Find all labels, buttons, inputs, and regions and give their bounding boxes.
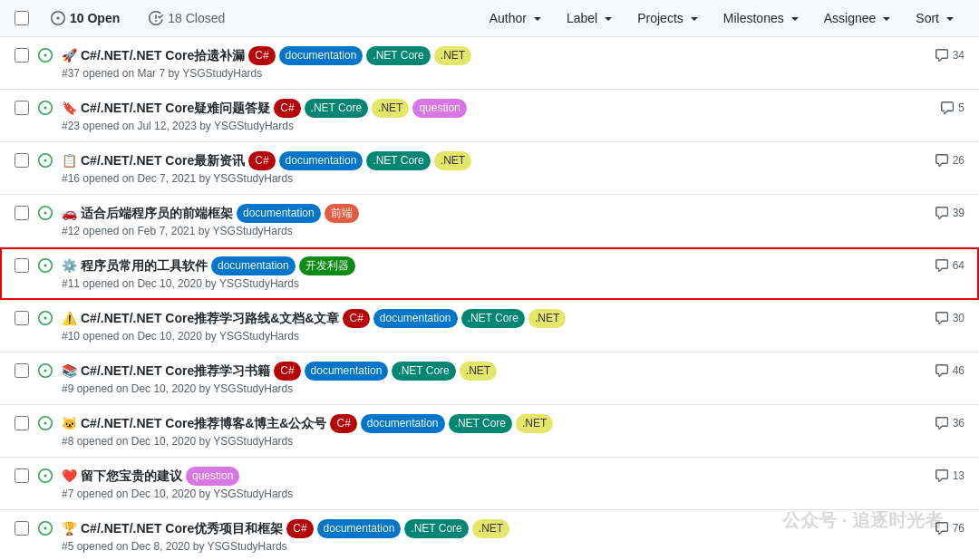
projects-dropdown[interactable]: Projects — [630, 7, 709, 29]
issue-label[interactable]: 开发利器 — [299, 256, 355, 275]
issue-label[interactable]: C# — [286, 519, 313, 538]
closed-tab[interactable]: 18 Closed — [141, 7, 232, 29]
open-issue-icon — [38, 151, 53, 168]
issue-label[interactable]: 前端 — [325, 204, 359, 223]
issue-link[interactable]: 程序员常用的工具软件 — [81, 256, 208, 275]
issue-row[interactable]: 📚 C#/.NET/.NET Core推荐学习书籍 C#documentatio… — [0, 352, 979, 405]
author-dropdown[interactable]: Author — [482, 7, 552, 29]
issue-comments[interactable]: 36 — [935, 414, 964, 430]
issue-label[interactable]: .NET — [372, 99, 409, 118]
sort-dropdown[interactable]: Sort — [908, 7, 964, 29]
issue-label[interactable]: .NET — [516, 414, 553, 433]
issue-link[interactable]: C#/.NET/.NET Core优秀项目和框架 — [81, 519, 283, 538]
issue-comments[interactable]: 39 — [935, 204, 964, 220]
issue-label[interactable]: .NET — [460, 362, 497, 381]
assignee-dropdown[interactable]: Assignee — [817, 7, 902, 29]
issue-content: ❤️ 留下您宝贵的建议 question #7 opened on Dec 10… — [62, 467, 926, 500]
issue-label[interactable]: .NET Core — [392, 362, 455, 381]
issue-label[interactable]: .NET Core — [404, 519, 468, 538]
issue-label[interactable]: .NET — [434, 151, 471, 170]
issue-label[interactable]: .NET Core — [461, 309, 525, 328]
issue-link[interactable]: C#/.NET/.NET Core推荐博客&博主&公众号 — [81, 414, 326, 433]
issue-checkbox[interactable] — [15, 414, 29, 433]
issue-link[interactable]: 适合后端程序员的前端框架 — [81, 204, 233, 223]
issue-row[interactable]: 🚀 C#/.NET/.NET Core拾遗补漏 C#documentation.… — [0, 37, 979, 90]
issue-row[interactable]: 🔖 C#/.NET/.NET Core疑难问题答疑 C#.NET Core.NE… — [0, 90, 979, 142]
issue-comments[interactable]: 34 — [935, 46, 964, 63]
issue-checkbox[interactable] — [15, 99, 29, 118]
issue-label[interactable]: .NET Core — [366, 46, 430, 65]
issue-label[interactable]: .NET Core — [366, 151, 430, 170]
issue-label[interactable]: C# — [248, 46, 275, 65]
open-issue-icon — [38, 519, 53, 536]
issue-label[interactable]: .NET Core — [305, 99, 368, 118]
issue-link[interactable]: C#/.NET/.NET Core拾遗补漏 — [81, 46, 245, 65]
issue-content: 🏆 C#/.NET/.NET Core优秀项目和框架 C#documentati… — [62, 519, 926, 553]
issue-label[interactable]: .NET — [434, 46, 471, 65]
issue-label[interactable]: C# — [248, 151, 275, 170]
select-all-checkbox[interactable] — [15, 11, 29, 25]
issue-row[interactable]: 🏆 C#/.NET/.NET Core优秀项目和框架 C#documentati… — [0, 510, 979, 560]
issue-label[interactable]: C# — [274, 99, 300, 118]
issue-row[interactable]: ⚠️ C#/.NET/.NET Core推荐学习路线&文档&文章 C#docum… — [0, 300, 979, 352]
issue-meta: #9 opened on Dec 10, 2020 by YSGStudyHar… — [62, 382, 926, 395]
issue-comments[interactable]: 76 — [935, 519, 964, 536]
issue-comments[interactable]: 13 — [935, 467, 964, 483]
issue-row[interactable]: 📋 C#/.NET/.NET Core最新资讯 C#documentation.… — [0, 142, 979, 195]
issue-emoji: 📚 — [62, 362, 77, 381]
issue-checkbox[interactable] — [15, 46, 29, 65]
issue-link[interactable]: C#/.NET/.NET Core最新资讯 — [81, 151, 245, 170]
label-dropdown[interactable]: Label — [559, 7, 623, 29]
issue-label[interactable]: C# — [274, 362, 300, 381]
issue-title: ⚙️ 程序员常用的工具软件 documentation开发利器 — [62, 256, 926, 275]
issue-label[interactable]: .NET — [472, 519, 509, 538]
issue-comments[interactable]: 46 — [935, 362, 964, 378]
open-issue-icon — [38, 309, 53, 325]
issue-label[interactable]: .NET — [528, 309, 566, 328]
issues-page: 10 Open 18 Closed Author Label Projects — [0, 0, 979, 560]
issue-content: 📋 C#/.NET/.NET Core最新资讯 C#documentation.… — [62, 151, 926, 185]
issue-meta: #8 opened on Dec 10, 2020 by YSGStudyHar… — [62, 435, 926, 448]
issue-comments[interactable]: 26 — [935, 151, 964, 168]
issue-checkbox[interactable] — [15, 467, 29, 486]
issue-label[interactable]: question — [186, 467, 239, 486]
issue-row[interactable]: ❤️ 留下您宝贵的建议 question #7 opened on Dec 10… — [0, 458, 979, 510]
issue-title: ❤️ 留下您宝贵的建议 question — [62, 467, 926, 486]
issue-link[interactable]: C#/.NET/.NET Core疑难问题答疑 — [81, 99, 270, 118]
milestones-dropdown[interactable]: Milestones — [716, 7, 809, 29]
open-issue-icon — [38, 467, 53, 483]
open-tab[interactable]: 10 Open — [44, 7, 127, 29]
issue-title: 🐱 C#/.NET/.NET Core推荐博客&博主&公众号 C#documen… — [62, 414, 926, 433]
issue-link[interactable]: C#/.NET/.NET Core推荐学习路线&文档&文章 — [81, 309, 339, 328]
issue-comments[interactable]: 64 — [935, 256, 964, 273]
issue-checkbox[interactable] — [15, 362, 29, 381]
issue-checkbox[interactable] — [15, 256, 29, 275]
issue-checkbox[interactable] — [15, 309, 29, 328]
issue-title: 🏆 C#/.NET/.NET Core优秀项目和框架 C#documentati… — [62, 519, 926, 538]
issue-checkbox[interactable] — [15, 519, 29, 538]
issue-row[interactable]: 🐱 C#/.NET/.NET Core推荐博客&博主&公众号 C#documen… — [0, 405, 979, 458]
issue-label[interactable]: C# — [330, 414, 356, 433]
issue-row[interactable]: ⚙️ 程序员常用的工具软件 documentation开发利器 #11 open… — [0, 247, 979, 300]
issue-label[interactable]: documentation — [279, 151, 363, 170]
issue-label[interactable]: documentation — [237, 204, 321, 223]
issue-comments[interactable]: 5 — [940, 99, 964, 115]
issue-label[interactable]: documentation — [279, 46, 363, 65]
issue-row[interactable]: 🚗 适合后端程序员的前端框架 documentation前端 #12 opene… — [0, 195, 979, 247]
issue-label[interactable]: documentation — [317, 519, 402, 538]
issue-link[interactable]: C#/.NET/.NET Core推荐学习书籍 — [81, 362, 270, 381]
issue-link[interactable]: 留下您宝贵的建议 — [81, 467, 182, 486]
issue-label[interactable]: documentation — [305, 362, 389, 381]
issue-emoji: ⚙️ — [62, 256, 77, 275]
issue-label[interactable]: documentation — [373, 309, 458, 328]
issue-label[interactable]: documentation — [361, 414, 445, 433]
issue-label[interactable]: .NET Core — [449, 414, 512, 433]
issue-label[interactable]: documentation — [211, 256, 296, 275]
issue-checkbox[interactable] — [15, 204, 29, 223]
issue-label[interactable]: C# — [343, 309, 369, 328]
issue-meta: #16 opened on Dec 7, 2021 by YSGStudyHar… — [62, 172, 926, 185]
issue-checkbox[interactable] — [15, 151, 29, 170]
issue-label[interactable]: question — [412, 99, 466, 118]
issue-emoji: ❤️ — [62, 467, 77, 486]
issue-comments[interactable]: 30 — [935, 309, 964, 325]
